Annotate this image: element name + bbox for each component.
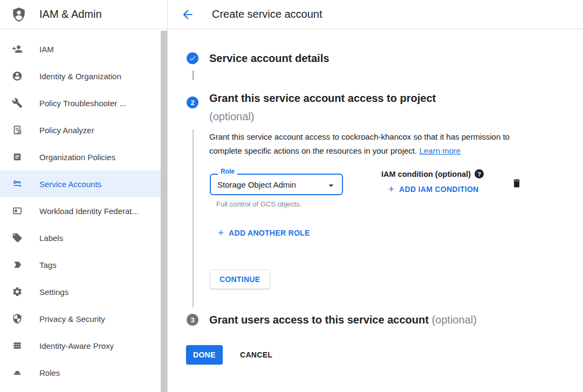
step-connector [193, 129, 194, 307]
top-header: IAM & Admin Create service account [0, 0, 583, 29]
role-field-label: Role [218, 168, 237, 175]
help-icon[interactable]: ? [475, 169, 484, 178]
sidebar-item-tags[interactable]: Tags [0, 251, 161, 278]
plus-icon: + [218, 228, 224, 238]
step3-number-badge: 3 [187, 314, 198, 326]
step2-number-badge: 2 [187, 97, 198, 108]
step2-description-text: Grant this service account access to coc… [209, 132, 510, 155]
sidebar-item-workload-identity-federation[interactable]: Workload Identity Federat... [0, 197, 161, 224]
service-account-key-icon [12, 178, 23, 189]
done-button[interactable]: DONE [186, 345, 223, 365]
account-circle-icon [12, 71, 23, 81]
step2-optional-text: (optional) [209, 107, 511, 126]
cancel-button[interactable]: CANCEL [238, 345, 275, 365]
sidebar-nav: IAM Identity & Organization Policy Troub… [0, 36, 161, 386]
step2-description: Grant this service account access to coc… [209, 130, 536, 158]
iam-admin-shield-icon [11, 6, 27, 23]
sidebar-item-label: Service Accounts [39, 180, 101, 189]
sidebar-item-label: Privacy & Security [39, 314, 105, 324]
label-arrow-icon [12, 259, 23, 270]
chevron-down-icon [326, 180, 337, 191]
sidebar-scrollbar[interactable] [161, 31, 167, 392]
badge-card-icon [12, 205, 23, 216]
plus-icon: + [388, 184, 394, 194]
sidebar-item-settings[interactable]: Settings [0, 278, 161, 305]
sidebar-item-identity-organization[interactable]: Identity & Organization [0, 63, 161, 90]
sidebar-item-policy-troubleshooter[interactable]: Policy Troubleshooter ... [0, 90, 161, 116]
continue-button[interactable]: CONTINUE [210, 270, 270, 289]
sidebar-item-organization-policies[interactable]: Organization Policies [0, 143, 161, 170]
sidebar-item-label: Labels [39, 233, 63, 243]
sidebar-item-label: Identity-Aware Proxy [39, 341, 114, 350]
page-title: Create service account [212, 0, 323, 29]
step2-title: Grant this service account access to pro… [209, 89, 511, 126]
step3-title: Grant users access to this service accou… [209, 313, 477, 326]
person-add-icon [12, 44, 23, 54]
sidebar-item-label: Settings [39, 287, 68, 297]
sidebar-item-policy-analyzer[interactable]: Policy Analyzer [0, 116, 161, 143]
sidebar-item-label: Roles [39, 368, 60, 377]
shield-half-icon [12, 313, 23, 324]
gear-icon [12, 286, 23, 297]
sidebar-item-label: IAM [39, 45, 54, 54]
role-helper-text: Full control of GCS objects. [216, 200, 301, 208]
step1-completed-check-icon [187, 52, 198, 64]
sidebar-item-identity-aware-proxy[interactable]: Identity-Aware Proxy [0, 332, 161, 359]
role-select-value: Storage Object Admin [217, 180, 296, 189]
sidebar-item-label: Identity & Organization [39, 72, 121, 81]
sidebar-item-label: Organization Policies [39, 153, 115, 162]
step2-title-text: Grant this service account access to pro… [209, 92, 436, 104]
sidebar-item-service-accounts[interactable]: Service Accounts [0, 170, 161, 197]
tag-icon [12, 232, 23, 243]
document-list-icon [12, 152, 23, 162]
iam-condition-label: IAM condition (optional) [381, 170, 471, 178]
sidebar-divider [167, 0, 168, 392]
sidebar-item-label: Policy Troubleshooter ... [39, 99, 126, 108]
step-connector [193, 71, 194, 80]
wrench-icon [12, 98, 23, 108]
step3-title-text: Grant users access to this service accou… [209, 314, 429, 326]
create-service-account-page: IAM & Admin Create service account IAM I… [0, 0, 583, 392]
sidebar-item-privacy-security[interactable]: Privacy & Security [0, 305, 161, 332]
add-iam-condition-button[interactable]: + ADD IAM CONDITION [388, 184, 479, 194]
sidebar-item-iam[interactable]: IAM [0, 36, 161, 63]
back-arrow-icon[interactable] [181, 8, 195, 22]
sidebar-item-label: Tags [39, 260, 57, 270]
document-search-icon [12, 125, 23, 135]
role-select[interactable]: Storage Object Admin [210, 174, 343, 195]
add-another-role-button[interactable]: + ADD ANOTHER ROLE [218, 228, 310, 238]
sidebar-item-roles[interactable]: Roles [0, 359, 161, 386]
iam-condition-row: IAM condition (optional) ? [381, 169, 484, 178]
sidebar-item-label: Policy Analyzer [39, 126, 94, 135]
learn-more-link[interactable]: Learn more [419, 146, 461, 155]
product-title: IAM & Admin [39, 0, 102, 29]
step3-optional-text: (optional) [431, 314, 476, 326]
sidebar-item-label: Workload Identity Federat... [39, 207, 139, 216]
hat-icon [12, 367, 23, 378]
proxy-grid-icon [12, 340, 23, 351]
step1-title: Service account details [209, 52, 329, 65]
delete-role-trash-icon[interactable] [511, 177, 522, 189]
sidebar-item-labels[interactable]: Labels [0, 224, 161, 251]
